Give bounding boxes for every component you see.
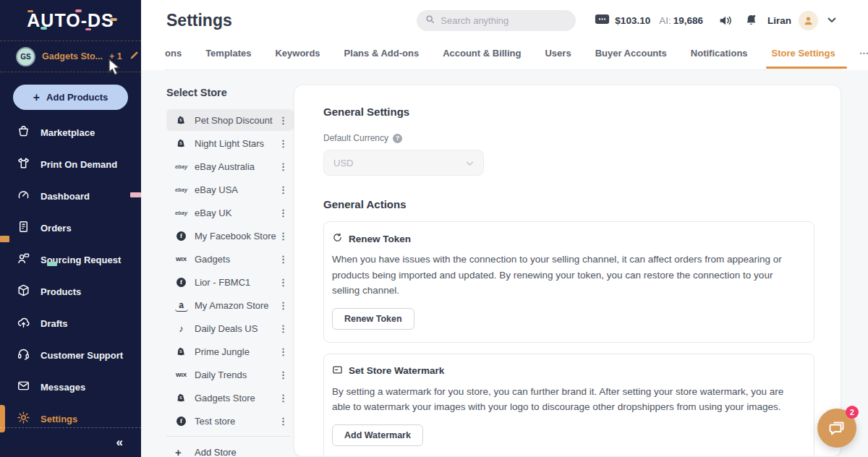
tab-keywords[interactable]: Keywords [275, 48, 320, 68]
sidebar: AUTO-DS GS Gadgets Sto... + 1 + Add Prod… [0, 0, 141, 457]
tab-notifications[interactable]: Notifications [691, 48, 748, 68]
card-description: When you have issues with the connection… [332, 252, 796, 299]
store-row-my-facebook-store[interactable]: f My Facebook Store ⋮ [166, 225, 294, 247]
autods-logo[interactable]: AUTO-DS [0, 0, 141, 40]
store-name: Gadgets [195, 254, 230, 265]
kebab-menu-icon[interactable]: ⋮ [277, 416, 289, 427]
store-row-prime-jungle[interactable]: S Prime Jungle ⋮ [166, 341, 294, 362]
kebab-menu-icon[interactable]: ⋮ [277, 393, 289, 403]
announcements-icon[interactable] [718, 14, 733, 27]
logo-confetti [41, 27, 47, 30]
kebab-menu-icon[interactable]: ⋮ [277, 184, 289, 195]
sidebar-item-customer-support[interactable]: Customer Support [0, 339, 141, 371]
renew-token-card: Renew Token When you have issues with th… [323, 221, 814, 343]
renew-token-button[interactable]: Renew Token [332, 308, 414, 330]
store-name: Gadgets Store [195, 393, 255, 403]
sidebar-item-products[interactable]: Products [0, 276, 141, 307]
tab-store-settings[interactable]: Store Settings [772, 48, 835, 68]
chevron-down-icon[interactable] [827, 17, 836, 23]
tab-account-billing[interactable]: Account & Billing [443, 48, 521, 68]
ebay-icon: ebay [175, 187, 187, 193]
card-title: Set Store Watermark [349, 365, 444, 376]
shopify-icon: S [175, 346, 187, 356]
kebab-menu-icon[interactable]: ⋮ [277, 323, 289, 334]
store-name: Night Light Stars [195, 138, 264, 149]
facebook-icon: f [175, 417, 187, 426]
edit-pencil-icon[interactable] [129, 50, 140, 64]
kebab-menu-icon[interactable]: ⋮ [277, 346, 289, 357]
sourcing-icon [17, 252, 30, 268]
sidebar-item-print-on-demand[interactable]: Print On Demand [0, 148, 141, 180]
store-row-gadgets-store[interactable]: S Gadgets Store ⋮ [166, 387, 294, 409]
store-name: Test store [195, 416, 235, 427]
kebab-menu-icon[interactable]: ⋮ [277, 300, 289, 311]
store-row-ebay-usa[interactable]: ebay eBay USA ⋮ [166, 179, 294, 200]
search-bar[interactable] [417, 10, 576, 31]
kebab-menu-icon[interactable]: ⋮ [277, 161, 289, 172]
kebab-menu-icon[interactable]: ⋮ [277, 231, 289, 242]
store-name: eBay USA [195, 184, 238, 195]
store-name: Lior - FBMC1 [195, 277, 250, 288]
currency-select[interactable]: USD [323, 150, 484, 176]
logo-confetti [110, 18, 117, 21]
amazon-icon: a [175, 301, 187, 309]
search-input[interactable] [441, 15, 567, 26]
kebab-menu-icon[interactable]: ⋮ [277, 277, 289, 288]
sidebar-item-marketplace[interactable]: Marketplace [0, 116, 141, 148]
sidebar-item-drafts[interactable]: Drafts [0, 307, 141, 339]
kebab-menu-icon[interactable]: ⋮ [277, 138, 289, 149]
store-row-ebay-uk[interactable]: ebay eBay UK ⋮ [166, 202, 294, 223]
tab-clipped[interactable]: ons [165, 48, 182, 68]
store-row-test-store[interactable]: f Test store ⋮ [166, 410, 294, 432]
store-settings-panel: General Settings Default Currency ? USD … [294, 85, 841, 457]
store-row-daily-deals-us[interactable]: ♪ Daily Deals US ⋮ [166, 317, 294, 339]
sidebar-item-label: Customer Support [41, 350, 123, 361]
store-name: eBay Australia [195, 161, 255, 172]
store-row-ebay-australia[interactable]: ebay eBay Australia ⋮ [166, 155, 294, 177]
store-row-lior-fbmc1[interactable]: f Lior - FBMC1 ⋮ [166, 271, 294, 293]
sidebar-item-messages[interactable]: Messages [0, 371, 141, 403]
renew-token-icon [332, 232, 343, 245]
sidebar-item-orders[interactable]: Orders [0, 212, 141, 244]
add-watermark-button[interactable]: Add Watermark [332, 424, 423, 446]
gif-artifact [130, 192, 141, 197]
kebab-menu-icon[interactable]: ⋮ [277, 115, 289, 126]
tab-users[interactable]: Users [545, 48, 571, 68]
collapse-sidebar-icon[interactable]: « [116, 435, 123, 450]
cloud-upload-icon [17, 315, 30, 331]
store-row-gadgets[interactable]: WIX Gadgets ⋮ [166, 248, 294, 270]
store-row-my-amazon-store[interactable]: a My Amazon Store ⋮ [166, 294, 294, 316]
default-currency-label-row: Default Currency ? [323, 133, 814, 143]
help-icon[interactable]: ? [393, 134, 402, 143]
store-row-night-light-stars[interactable]: S Night Light Stars ⋮ [166, 132, 294, 154]
store-name: Pet Shop Discount [195, 115, 273, 126]
logo-confetti [27, 10, 33, 12]
add-store-button[interactable]: + Add Store [166, 440, 294, 457]
sidebar-store-selector[interactable]: GS Gadgets Sto... + 1 [0, 40, 141, 72]
divider [166, 436, 291, 437]
user-avatar[interactable] [799, 11, 818, 30]
chat-widget-button[interactable]: 2 [817, 409, 856, 448]
notifications-bell-icon[interactable] [744, 13, 758, 27]
kebab-menu-icon[interactable]: ⋮ [277, 370, 289, 380]
tabs-overflow-icon[interactable]: ⋯ [859, 48, 868, 68]
tiktok-icon: ♪ [175, 323, 187, 334]
sidebar-item-dashboard[interactable]: Dashboard [0, 180, 141, 212]
store-row-daily-trends[interactable]: WIX Daily Trends ⋮ [166, 364, 294, 385]
balance-group[interactable]: $103.10 AI: 19,686 [595, 13, 703, 27]
logo-confetti [75, 9, 82, 12]
tab-templates[interactable]: Templates [205, 48, 251, 68]
sidebar-item-sourcing-request[interactable]: Sourcing Request [0, 244, 141, 276]
general-actions-title: General Actions [323, 198, 814, 210]
store-avatar: GS [16, 47, 35, 67]
kebab-menu-icon[interactable]: ⋮ [277, 254, 289, 265]
ai-credits-label: AI: [659, 15, 671, 26]
add-products-button[interactable]: + Add Products [13, 85, 128, 110]
store-row-pet-shop-discount[interactable]: S Pet Shop Discount ⋮ [166, 109, 294, 131]
sidebar-item-label: Products [41, 286, 81, 297]
sidebar-item-label: Orders [41, 223, 72, 234]
kebab-menu-icon[interactable]: ⋮ [277, 208, 289, 218]
tab-buyer-accounts[interactable]: Buyer Accounts [595, 48, 667, 68]
tab-plans-addons[interactable]: Plans & Add-ons [344, 48, 420, 68]
wix-icon: WIX [175, 372, 187, 378]
